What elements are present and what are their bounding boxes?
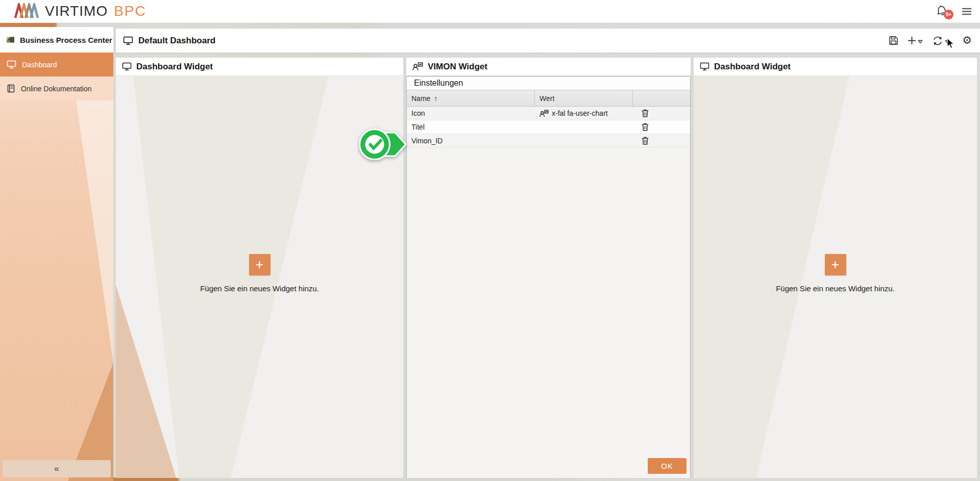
- sidebar-item-label: Online Dokumentation: [21, 85, 92, 93]
- brand-name: VIRTIMO: [45, 3, 108, 19]
- save-dashboard-button[interactable]: [886, 34, 901, 47]
- gear-icon: ⚙: [962, 35, 972, 46]
- table-row-titel[interactable]: Titel: [407, 120, 690, 134]
- main-menu-button[interactable]: [962, 8, 972, 15]
- hamburger-icon: [962, 8, 972, 15]
- setting-value: x-fal fa-user-chart: [535, 107, 633, 120]
- sidebar-item-label: Dashboard: [22, 61, 57, 69]
- delete-setting-button[interactable]: [638, 123, 649, 131]
- refresh-dropdown-button[interactable]: [929, 34, 953, 48]
- trash-icon: [642, 123, 649, 131]
- dashboard-settings-button[interactable]: ⚙: [959, 33, 975, 48]
- sidebar-title: Business Process Center: [20, 36, 112, 44]
- background-strip: [113, 477, 980, 481]
- widget-title: Dashboard Widget: [714, 62, 791, 72]
- table-row-icon[interactable]: Icon x-fal fa-user-chart: [407, 107, 690, 120]
- add-widget-dropdown-button[interactable]: [904, 34, 926, 47]
- widget-body-right: + Fügen Sie ein neues Widget hinzu.: [694, 76, 977, 478]
- widget-column-left: Dashboard Widget + Fügen Sie ein neues W…: [116, 58, 403, 478]
- trash-icon: [642, 137, 649, 145]
- top-bar: VIRTIMO BPC 9+: [0, 0, 980, 23]
- setting-name: Vimon_ID: [407, 134, 535, 147]
- sync-icon: [932, 36, 943, 46]
- widget-title: VIMON Widget: [428, 62, 487, 72]
- monitor-icon: [700, 62, 709, 71]
- brand-suffix: BPC: [114, 3, 146, 19]
- widget-body-left: + Fügen Sie ein neues Widget hinzu.: [116, 76, 403, 478]
- book-icon: [7, 84, 15, 93]
- settings-panel-title: Einstellungen: [407, 77, 690, 90]
- column-header-name[interactable]: Name ↑: [407, 90, 535, 106]
- setting-value: [535, 134, 633, 147]
- empty-widget-text: Fügen Sie ein neues Widget hinzu.: [776, 284, 895, 293]
- floppy-icon: [889, 36, 898, 45]
- table-row-vimon-id[interactable]: Vimon_ID: [407, 134, 690, 148]
- dashboard-header: Default Dashboard: [116, 29, 980, 53]
- widget-header-right: Dashboard Widget: [694, 58, 977, 76]
- widget-header-center: VIMON Widget: [406, 58, 691, 76]
- sidebar-item-online-dokumentation[interactable]: Online Dokumentation: [0, 77, 113, 100]
- delete-setting-button[interactable]: [638, 137, 649, 145]
- setting-name: Titel: [407, 120, 535, 134]
- delete-setting-button[interactable]: [638, 109, 649, 117]
- chevron-down-icon: [918, 40, 923, 44]
- sidebar-collapse-button[interactable]: «: [3, 460, 111, 477]
- brand-logo: VIRTIMO BPC: [13, 3, 146, 19]
- settings-table-header: Name ↑ Wert: [407, 90, 690, 107]
- plus-icon: [908, 36, 916, 45]
- setting-name: Icon: [407, 107, 535, 120]
- add-widget-button[interactable]: +: [249, 254, 271, 275]
- bpc-app-icon: [6, 36, 15, 44]
- page-title: Default Dashboard: [138, 36, 215, 46]
- widget-column-center: VIMON Widget Einstellungen Name ↑ Wert I…: [406, 58, 691, 478]
- empty-widget-text: Fügen Sie ein neues Widget hinzu.: [200, 284, 319, 293]
- widget-header-left: Dashboard Widget: [116, 58, 403, 76]
- sort-ascending-icon: ↑: [434, 94, 437, 103]
- column-header-wert[interactable]: Wert: [535, 90, 633, 106]
- chevron-down-icon: [945, 40, 950, 44]
- ok-button[interactable]: OK: [648, 458, 687, 474]
- widget-column-right: Dashboard Widget + Fügen Sie ein neues W…: [694, 58, 977, 478]
- user-chart-icon: [412, 62, 423, 71]
- setting-value: [535, 120, 633, 134]
- collapse-chevrons-icon: «: [54, 464, 59, 474]
- sidebar-header: Business Process Center: [0, 27, 113, 53]
- notifications-button[interactable]: 9+: [935, 4, 950, 18]
- notification-count-badge: 9+: [944, 10, 953, 19]
- monitor-icon: [7, 60, 16, 69]
- virtimo-logo-mark: [13, 3, 44, 19]
- vimon-settings-panel: Einstellungen Name ↑ Wert Icon: [406, 76, 691, 478]
- sidebar: Business Process Center Dashboard Online…: [0, 27, 113, 481]
- add-widget-button[interactable]: +: [825, 254, 846, 275]
- widget-title: Dashboard Widget: [136, 62, 213, 72]
- monitor-icon: [122, 62, 132, 71]
- trash-icon: [642, 109, 649, 117]
- column-header-actions: [633, 90, 690, 106]
- user-chart-icon: [540, 110, 549, 117]
- monitor-icon: [123, 36, 133, 45]
- sidebar-item-dashboard[interactable]: Dashboard: [0, 53, 113, 77]
